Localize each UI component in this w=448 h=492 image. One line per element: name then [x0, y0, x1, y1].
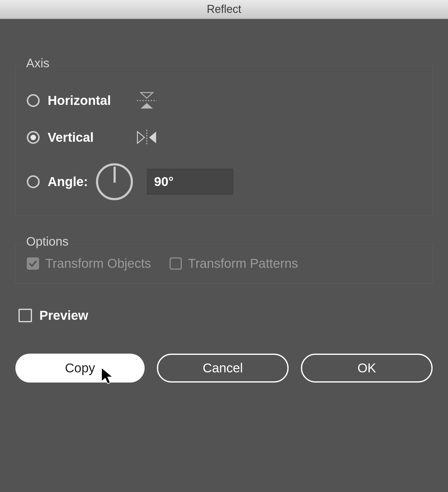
titlebar: Reflect [0, 0, 448, 19]
axis-angle-row[interactable]: Angle: 90° [27, 163, 421, 200]
button-row: Copy Cancel OK [15, 354, 433, 383]
reflect-horizontal-icon [136, 89, 158, 112]
window-title: Reflect [207, 3, 241, 16]
angle-input[interactable]: 90° [147, 169, 233, 195]
svg-marker-2 [141, 103, 153, 109]
transform-patterns-checkbox [170, 257, 182, 270]
svg-marker-3 [138, 132, 145, 143]
axis-horizontal-label: Horizontal [48, 93, 128, 108]
axis-horizontal-radio[interactable] [27, 94, 40, 107]
axis-group: Axis Horizontal Vertical [15, 65, 433, 216]
preview-row[interactable]: Preview [18, 308, 433, 323]
axis-horizontal-row[interactable]: Horizontal [27, 89, 421, 112]
reflect-vertical-icon [136, 126, 158, 149]
axis-legend: Axis [22, 56, 54, 70]
angle-dial-icon[interactable] [96, 163, 133, 200]
cancel-button[interactable]: Cancel [157, 354, 289, 383]
svg-marker-0 [141, 93, 153, 98]
svg-marker-5 [149, 132, 156, 143]
dialog-body: Axis Horizontal Vertical [0, 19, 448, 401]
ok-button[interactable]: OK [301, 354, 433, 383]
transform-objects-checkbox [27, 257, 39, 270]
preview-checkbox[interactable] [18, 309, 32, 322]
copy-button[interactable]: Copy [15, 354, 145, 383]
axis-vertical-label: Vertical [48, 130, 128, 145]
axis-angle-label: Angle: [48, 174, 88, 189]
axis-vertical-radio[interactable] [27, 131, 40, 144]
preview-label: Preview [39, 308, 119, 323]
axis-angle-radio[interactable] [27, 175, 40, 188]
transform-objects-label: Transform Objects [45, 256, 151, 271]
options-legend: Options [22, 235, 73, 248]
transform-patterns-label: Transform Patterns [188, 256, 298, 271]
options-group: Options Transform Objects Transform Patt… [15, 244, 433, 284]
axis-vertical-row[interactable]: Vertical [27, 126, 421, 149]
